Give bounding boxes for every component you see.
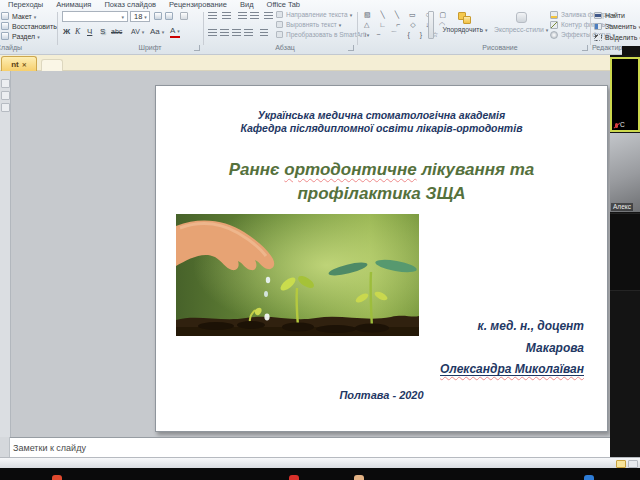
find-icon — [594, 12, 602, 19]
align-text-icon — [276, 21, 283, 28]
quick-styles-button[interactable]: Экспресс-стили — [494, 10, 548, 33]
ribbon-tab-view[interactable]: Вид — [240, 0, 254, 9]
font-size-combo[interactable]: 18 — [130, 11, 150, 22]
line-spacing-icon[interactable] — [264, 12, 273, 20]
notes-gutter — [0, 437, 10, 457]
align-left-icon[interactable] — [208, 29, 217, 37]
panel-mini-button-2[interactable] — [1, 91, 10, 100]
reset-icon — [1, 22, 9, 30]
author-degree: к. мед. н., доцент — [284, 316, 584, 338]
paragraph-group-label: Абзац — [275, 44, 295, 51]
arrange-button[interactable]: Упорядочить — [438, 10, 492, 33]
panel-mini-button-3[interactable] — [1, 103, 10, 112]
title-line-1: Раннє ортодонтичне лікування та — [156, 158, 607, 182]
italic-button[interactable]: К — [75, 26, 80, 38]
clear-formatting-icon[interactable] — [180, 12, 188, 20]
left-panel-strip — [0, 71, 11, 457]
character-spacing-button[interactable]: AV — [131, 26, 144, 38]
text-direction-icon — [276, 11, 283, 18]
align-center-icon[interactable] — [220, 29, 229, 37]
font-dialog-launcher[interactable] — [194, 45, 200, 51]
document-tab-active[interactable]: nt ✕ — [1, 56, 37, 71]
taskbar — [0, 468, 640, 480]
ribbon-tab-animation[interactable]: Анимация — [56, 0, 91, 9]
panel-mini-button-1[interactable] — [1, 79, 10, 88]
font-color-button[interactable]: A — [170, 26, 180, 38]
ribbon-tab-transitions[interactable]: Переходы — [8, 0, 43, 9]
author-name: Олександра Миколаїван — [284, 359, 584, 381]
header-line-1: Українська медична стоматологічна академ… — [156, 109, 607, 122]
group-separator — [57, 12, 58, 45]
numbering-icon[interactable] — [222, 12, 231, 20]
ribbon-tab-review[interactable]: Рецензирование — [169, 0, 227, 9]
shapes-scroll-icon[interactable] — [428, 11, 434, 39]
quick-styles-icon — [516, 12, 527, 23]
taskbar-app-icon-2[interactable] — [289, 475, 299, 480]
participant-2-label: Алекс — [611, 203, 633, 211]
group-separator — [357, 12, 358, 45]
group-separator — [590, 12, 591, 45]
slide-footer-textbox[interactable]: Полтава - 2020 — [156, 389, 607, 401]
shapes-gallery-row2[interactable]: △ ∟ ⌐ ◇ ↓ ◠ — [364, 20, 449, 30]
spellchecked-word: ортодонтичне — [284, 160, 416, 179]
group-separator — [203, 12, 204, 45]
ribbon-tab-bar: Переходы Анимация Показ слайдов Рецензир… — [8, 0, 300, 10]
convert-smartart-button[interactable]: Преобразовать в SmartArt — [276, 30, 369, 39]
slide-title-textbox[interactable]: Раннє ортодонтичне лікування та профілак… — [156, 158, 607, 206]
decrease-indent-icon[interactable] — [238, 12, 247, 20]
slide-canvas[interactable]: Українська медична стоматологічна академ… — [155, 85, 608, 432]
taskbar-app-icon-4[interactable] — [584, 475, 594, 480]
taskbar-app-icon-1[interactable] — [52, 475, 62, 480]
participant-video-2[interactable]: Алекс — [610, 133, 640, 212]
text-shadow-button[interactable]: S — [100, 26, 105, 38]
participant-video-3[interactable] — [610, 213, 640, 291]
bold-button[interactable]: Ж — [63, 26, 70, 38]
replace-button[interactable]: Заменить — [594, 21, 640, 31]
status-bar-button-right[interactable] — [628, 460, 638, 468]
notes-pane[interactable]: Заметки к слайду — [0, 437, 640, 457]
shrink-font-icon[interactable] — [165, 12, 173, 20]
participant-video-active[interactable]: С — [610, 57, 640, 132]
layout-button[interactable]: Макет — [1, 11, 36, 21]
underline-button[interactable]: Ч — [87, 26, 92, 38]
slide-author-textbox[interactable]: к. мед. н., доцент Макарова Олександра М… — [284, 316, 584, 381]
font-group-label: Шрифт — [138, 44, 161, 51]
slides-group-label: Слайды — [0, 44, 22, 51]
select-button[interactable]: Выделить — [594, 32, 640, 42]
text-direction-button[interactable]: Направление текста — [276, 10, 352, 19]
status-bar-button-left[interactable] — [616, 460, 626, 468]
document-tab-new[interactable] — [41, 59, 63, 71]
ribbon-tab-office-tab[interactable]: Office Tab — [267, 0, 301, 9]
change-case-button[interactable]: Aa — [150, 26, 164, 38]
slide-header-textbox[interactable]: Українська медична стоматологічна академ… — [156, 109, 607, 135]
bullets-icon[interactable] — [208, 12, 217, 20]
grow-font-icon[interactable] — [154, 12, 162, 20]
increase-indent-icon[interactable] — [250, 12, 259, 20]
paragraph-dialog-launcher[interactable] — [348, 45, 354, 51]
meeting-panel-corner — [622, 46, 640, 55]
align-text-button[interactable]: Выровнять текст — [276, 20, 341, 29]
drawing-group-label: Рисование — [482, 44, 517, 51]
author-surname: Макарова — [284, 338, 584, 360]
taskbar-app-icon-3[interactable] — [354, 475, 364, 480]
select-icon — [594, 34, 602, 41]
section-button[interactable]: Раздел — [1, 31, 40, 41]
align-right-icon[interactable] — [232, 29, 241, 37]
find-button[interactable]: Найти — [594, 10, 625, 20]
font-name-combo[interactable] — [62, 11, 128, 22]
muted-mic-icon — [615, 123, 618, 128]
powerpoint-window: Переходы Анимация Показ слайдов Рецензир… — [0, 0, 640, 480]
justify-icon[interactable] — [244, 29, 253, 37]
status-strip — [0, 457, 640, 468]
arrange-icon-front — [463, 16, 471, 24]
ribbon-tab-slideshow[interactable]: Показ слайдов — [104, 0, 156, 9]
drawing-dialog-launcher[interactable] — [582, 45, 588, 51]
shape-effects-icon — [550, 31, 558, 39]
reset-button[interactable]: Восстановить — [1, 21, 57, 31]
columns-icon[interactable] — [260, 29, 268, 37]
layout-icon — [1, 12, 9, 20]
close-tab-icon[interactable]: ✕ — [22, 61, 27, 68]
shape-outline-icon — [550, 21, 558, 29]
editing-group-label: Редактирование — [592, 44, 626, 51]
strikethrough-button[interactable]: abc — [111, 26, 122, 38]
